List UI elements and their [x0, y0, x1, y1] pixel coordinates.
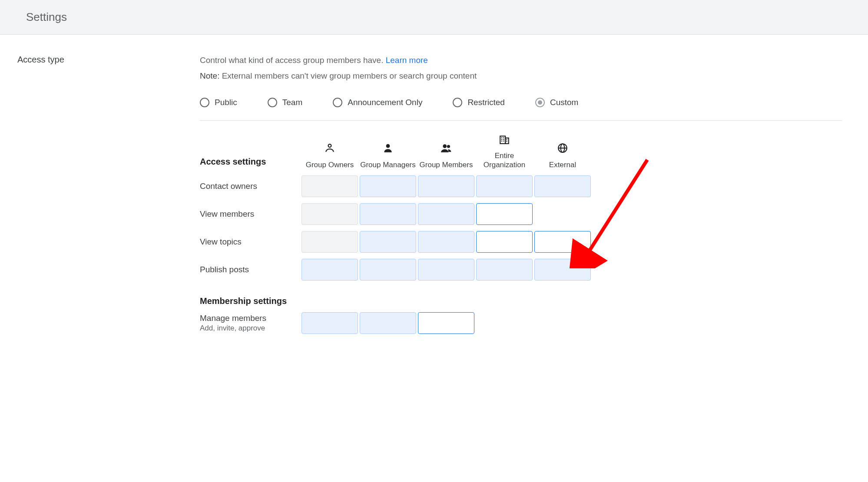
column-label: Entire Organization — [476, 152, 533, 169]
access-note: Note: External members can't view group … — [200, 69, 842, 83]
cell-view-members-managers[interactable] — [360, 203, 416, 225]
radio-label: Team — [282, 98, 302, 107]
cell-contact-owners-owners — [301, 175, 358, 197]
radio-custom[interactable]: Custom — [535, 98, 578, 107]
page-title: Settings — [26, 10, 842, 24]
check-icon — [440, 236, 452, 248]
row-label: Publish posts — [200, 265, 300, 274]
globe-icon — [557, 142, 568, 156]
table-row: Contact owners — [200, 175, 842, 197]
radio-circle-icon — [200, 98, 209, 107]
table-row: Manage membersAdd, invite, approve — [200, 312, 842, 334]
check-icon — [324, 264, 336, 276]
column-header-owners: Group Owners — [301, 142, 358, 169]
cell-view-topics-owners — [301, 231, 358, 253]
check-icon — [440, 264, 452, 276]
note-text: External members can't view group member… — [219, 71, 477, 80]
cell-contact-owners-managers[interactable] — [360, 175, 416, 197]
learn-more-link[interactable]: Learn more — [386, 56, 428, 65]
row-label-wrap: Manage membersAdd, invite, approve — [200, 314, 300, 333]
column-label: Group Owners — [306, 161, 354, 169]
cell-manage-members-managers[interactable] — [360, 312, 416, 334]
check-icon — [324, 208, 336, 220]
check-icon — [498, 264, 510, 276]
note-label: Note: — [200, 71, 219, 80]
cell-view-topics-managers[interactable] — [360, 231, 416, 253]
cell-view-members-members[interactable] — [418, 203, 474, 225]
row-label: View members — [200, 209, 300, 219]
check-icon — [382, 317, 394, 329]
radio-public[interactable]: Public — [200, 98, 237, 107]
column-header-managers: Group Managers — [360, 142, 416, 169]
radio-label: Restricted — [467, 98, 505, 107]
access-description: Control what kind of access group member… — [200, 54, 842, 67]
row-label-wrap: Contact owners — [200, 182, 300, 191]
access-type-radio-group: Public Team Announcement Only Restricted… — [200, 98, 842, 121]
cell-view-members-org[interactable] — [476, 203, 533, 225]
radio-label: Announcement Only — [348, 98, 422, 107]
check-icon — [557, 180, 569, 192]
column-label: Group Members — [420, 161, 473, 169]
table-row: View members — [200, 203, 842, 225]
settings-content: Access type Control what kind of access … — [0, 41, 868, 360]
column-label: External — [549, 161, 576, 169]
radio-announcement[interactable]: Announcement Only — [333, 98, 422, 107]
cell-view-members-external — [534, 203, 591, 225]
column-header-members: Group Members — [418, 142, 474, 169]
radio-label: Public — [215, 98, 237, 107]
cell-contact-owners-org[interactable] — [476, 175, 533, 197]
check-icon — [382, 180, 394, 192]
cell-publish-posts-external[interactable] — [534, 259, 591, 281]
person-icon — [382, 142, 394, 156]
radio-circle-icon — [333, 98, 342, 107]
table-row: Publish posts — [200, 259, 842, 281]
column-label: Group Managers — [360, 161, 416, 169]
row-label: Contact owners — [200, 182, 300, 191]
cell-view-members-owners — [301, 203, 358, 225]
check-icon — [557, 264, 569, 276]
cell-publish-posts-owners[interactable] — [301, 259, 358, 281]
cell-publish-posts-org[interactable] — [476, 259, 533, 281]
radio-circle-icon — [453, 98, 462, 107]
cell-publish-posts-managers[interactable] — [360, 259, 416, 281]
building-icon — [499, 134, 510, 147]
membership-settings-heading: Membership settings — [200, 296, 842, 306]
cell-view-topics-org[interactable] — [476, 231, 533, 253]
check-icon — [498, 180, 510, 192]
check-icon — [440, 180, 452, 192]
cell-manage-members-owners[interactable] — [301, 312, 358, 334]
cell-view-topics-external[interactable] — [534, 231, 591, 253]
row-label-wrap: View topics — [200, 237, 300, 247]
cell-view-topics-members[interactable] — [418, 231, 474, 253]
access-table: Access settings Group Owners Group Manag… — [200, 134, 842, 334]
radio-restricted[interactable]: Restricted — [453, 98, 505, 107]
cell-contact-owners-external[interactable] — [534, 175, 591, 197]
cell-contact-owners-members[interactable] — [418, 175, 474, 197]
check-icon — [382, 264, 394, 276]
cell-publish-posts-members[interactable] — [418, 259, 474, 281]
column-header-external: External — [534, 142, 591, 169]
check-icon — [382, 208, 394, 220]
check-icon — [324, 180, 336, 192]
check-icon — [324, 317, 336, 329]
people-icon — [441, 142, 452, 156]
radio-team[interactable]: Team — [268, 98, 302, 107]
check-icon — [324, 236, 336, 248]
column-header-org: Entire Organization — [476, 134, 533, 169]
radio-circle-icon — [268, 98, 277, 107]
person-outline-icon — [324, 142, 335, 156]
row-label-wrap: View members — [200, 209, 300, 219]
cell-manage-members-org — [476, 312, 533, 334]
cell-manage-members-external — [534, 312, 591, 334]
row-label-wrap: Publish posts — [200, 265, 300, 274]
settings-header: Settings — [0, 0, 868, 35]
cell-manage-members-members[interactable] — [418, 312, 474, 334]
row-label: View topics — [200, 237, 300, 247]
check-icon — [440, 208, 452, 220]
row-sublabel: Add, invite, approve — [200, 324, 300, 333]
access-desc-lead: Control what kind of access group member… — [200, 56, 383, 65]
radio-label: Custom — [550, 98, 578, 107]
check-icon — [382, 236, 394, 248]
radio-circle-icon — [535, 98, 545, 107]
row-label: Manage members — [200, 314, 300, 323]
